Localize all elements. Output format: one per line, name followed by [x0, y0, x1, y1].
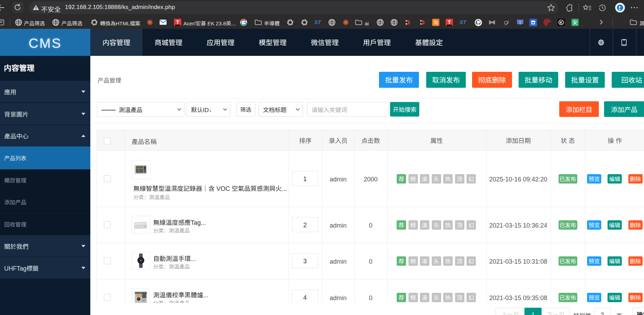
- svg-text:ST: ST: [314, 19, 322, 25]
- svg-text:ST: ST: [460, 19, 467, 25]
- svg-text:56.2: 56.2: [138, 170, 142, 172]
- svg-text:T: T: [176, 19, 179, 25]
- svg-text:淘: 淘: [434, 19, 438, 26]
- svg-text:K: K: [560, 20, 563, 25]
- svg-text:T: T: [448, 19, 451, 25]
- svg-text:5838: 5838: [137, 167, 142, 170]
- svg-text:安: 安: [573, 19, 578, 26]
